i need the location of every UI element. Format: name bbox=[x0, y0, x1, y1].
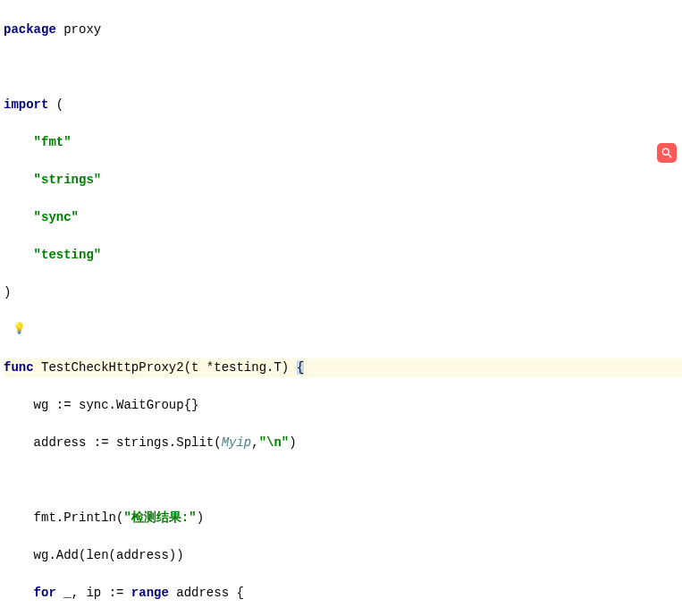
package-name: proxy bbox=[56, 22, 101, 37]
svg-line-1 bbox=[669, 155, 672, 158]
brace-open-cursor: { bbox=[297, 360, 304, 375]
paren: ) bbox=[4, 285, 11, 300]
code-text: , bbox=[251, 435, 258, 450]
code-line: "strings" bbox=[4, 171, 682, 190]
code-line: address := strings.Split(Myip,"\n") bbox=[4, 434, 682, 452]
code-line: wg.Add(len(address)) bbox=[4, 546, 682, 565]
code-line bbox=[4, 58, 682, 77]
code-text: address { bbox=[169, 586, 244, 600]
func-name: TestCheckHttpProxy2(t *testing.T) bbox=[34, 360, 297, 375]
code-text: fmt.Println( bbox=[4, 511, 123, 525]
identifier-myip: Myip bbox=[222, 435, 252, 450]
string-literal: "检测结果:" bbox=[123, 511, 196, 525]
code-line: for _, ip := range address { bbox=[4, 584, 682, 603]
code-line: "testing" bbox=[4, 246, 682, 265]
code-line: import ( bbox=[4, 96, 682, 114]
string-literal: "strings" bbox=[34, 173, 102, 187]
code-line bbox=[4, 471, 682, 490]
string-literal: "\n" bbox=[259, 435, 290, 450]
code-text bbox=[4, 586, 34, 600]
code-line: ) bbox=[4, 283, 682, 302]
keyword-func: func bbox=[4, 360, 34, 375]
code-line: package proxy bbox=[4, 21, 682, 39]
function-signature-line: func TestCheckHttpProxy2(t *testing.T) { bbox=[4, 359, 682, 377]
keyword-import: import bbox=[4, 97, 48, 112]
code-line: wg := sync.WaitGroup{} bbox=[4, 396, 682, 415]
search-icon[interactable] bbox=[657, 143, 677, 163]
paren: ( bbox=[48, 97, 63, 112]
code-text: _, ip := bbox=[56, 586, 131, 600]
code-text: ) bbox=[197, 511, 204, 525]
keyword-range: range bbox=[131, 586, 169, 600]
code-line: fmt.Println("检测结果:") bbox=[4, 509, 682, 527]
code-line: "fmt" bbox=[4, 133, 682, 152]
string-literal: "testing" bbox=[34, 248, 102, 262]
code-text: ) bbox=[289, 435, 296, 450]
keyword-package: package bbox=[4, 22, 56, 37]
code-text: wg.Add(len(address)) bbox=[4, 548, 184, 562]
code-editor[interactable]: package proxy import ( "fmt" "strings" "… bbox=[0, 0, 682, 616]
code-text: wg := sync.WaitGroup{} bbox=[4, 398, 198, 412]
string-literal: "sync" bbox=[34, 210, 79, 224]
code-text: address := strings.Split( bbox=[4, 435, 222, 450]
string-literal: "fmt" bbox=[34, 135, 72, 149]
keyword-for: for bbox=[34, 586, 56, 600]
code-line: "sync" bbox=[4, 208, 682, 227]
svg-point-0 bbox=[662, 148, 669, 155]
intention-bulb-icon[interactable]: 💡 bbox=[4, 321, 682, 340]
